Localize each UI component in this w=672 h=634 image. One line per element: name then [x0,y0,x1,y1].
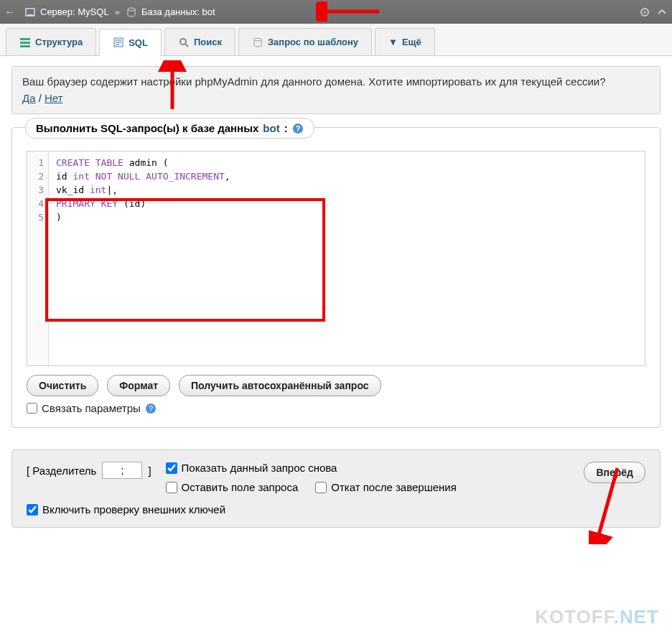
format-button[interactable]: Формат [107,375,170,396]
editor-code[interactable]: CREATE TABLE admin ( id int NOT NULL AUT… [49,151,645,365]
rollback-label: Откат после завершения [331,481,457,493]
database-icon [252,37,263,48]
tab-more-label: Ещё [402,37,421,47]
tabs: Структура SQL Поиск Запрос по шаблону ▼ … [0,24,672,56]
clear-button[interactable]: Очистить [27,375,98,396]
notice-text: Ваш браузер содержит настройки phpMyAdmi… [22,75,606,88]
delimiter-label-close: ] [148,465,151,477]
show-again-option[interactable]: Показать данный запрос снова [166,462,457,474]
svg-point-4 [644,11,646,13]
go-button[interactable]: Вперёд [584,462,645,483]
tab-query-template-label: Запрос по шаблону [268,37,358,47]
bind-params-checkbox[interactable] [27,403,37,414]
show-again-label: Показать данный запрос снова [182,462,337,474]
rollback-checkbox[interactable] [315,482,327,493]
sql-panel-legend: Выполнить SQL-запрос(ы) к базе данных bo… [25,118,314,139]
collapse-icon[interactable] [656,6,668,18]
structure-icon [19,37,31,48]
notice-no-link[interactable]: Нет [45,92,63,104]
watermark-b: .NET [614,606,659,628]
breadcrumb-server[interactable]: Сервер: MySQL [40,6,109,17]
retain-box-label: Оставить поле запроса [182,481,299,493]
notice-sep: / [36,92,45,104]
tab-structure-label: Структура [35,37,83,47]
svg-rect-1 [27,14,33,16]
show-again-checkbox[interactable] [166,462,177,474]
svg-text:?: ? [149,404,153,413]
legend-dbname: bot [263,122,279,134]
sql-icon [113,37,124,48]
autosaved-button[interactable]: Получить автосохранённый запрос [179,375,381,396]
svg-point-2 [128,8,135,11]
import-settings-notice: Ваш браузер содержит настройки phpMyAdmi… [11,66,661,114]
rollback-option[interactable]: Откат после завершения [315,481,457,493]
bind-params-row: Связать параметры ? [27,402,645,414]
tab-search[interactable]: Поиск [164,28,235,55]
editor-gutter: 1 2 3 4 5 [27,151,49,365]
svg-point-10 [254,38,261,41]
sql-options-footer: [ Разделитель ] Показать данный запрос с… [11,449,661,528]
search-icon [178,37,190,48]
server-icon [24,6,36,18]
svg-rect-7 [20,45,30,47]
tab-search-label: Поиск [194,37,222,47]
delimiter-label-open: [ Разделитель [27,465,96,477]
watermark-a: KOTOFF [535,606,614,628]
watermark: KOTOFF.NET [535,606,659,628]
gear-icon[interactable] [639,6,650,18]
breadcrumb-sep: » [115,6,120,17]
sql-editor[interactable]: 1 2 3 4 5 CREATE TABLE admin ( id int NO… [27,151,645,366]
svg-rect-5 [20,38,30,40]
editor-buttons: Очистить Формат Получить автосохранённый… [27,375,645,396]
chevron-down-icon: ▼ [388,37,398,47]
tab-query-template[interactable]: Запрос по шаблону [238,28,372,55]
legend-suffix: : [284,122,288,134]
sql-panel: Выполнить SQL-запрос(ы) к базе данных bo… [11,127,661,428]
topbar: ← Сервер: MySQL » База данных: bot [0,0,672,24]
help-icon[interactable]: ? [292,123,304,134]
delimiter-input[interactable] [102,462,142,479]
svg-point-9 [180,39,186,45]
tab-sql[interactable]: SQL [99,29,162,56]
database-icon [126,6,137,18]
svg-text:?: ? [295,124,300,133]
back-button[interactable]: ← [4,6,19,19]
retain-box-option[interactable]: Оставить поле запроса [166,481,299,493]
breadcrumb-database[interactable]: База данных: bot [141,6,215,17]
notice-yes-link[interactable]: Да [22,92,36,104]
bind-params-label: Связать параметры [42,402,141,414]
tab-sql-label: SQL [129,37,148,48]
legend-prefix: Выполнить SQL-запрос(ы) к базе данных [36,122,258,134]
breadcrumb: Сервер: MySQL » База данных: bot [24,6,215,18]
help-icon[interactable]: ? [145,403,157,414]
delimiter-group: [ Разделитель ] [27,462,151,479]
tab-structure[interactable]: Структура [6,28,96,55]
fk-check-checkbox[interactable] [27,504,38,516]
tab-more[interactable]: ▼ Ещё [375,28,435,55]
svg-rect-6 [20,42,30,44]
retain-box-checkbox[interactable] [166,482,177,493]
fk-check-label: Включить проверку внешних ключей [42,503,225,516]
